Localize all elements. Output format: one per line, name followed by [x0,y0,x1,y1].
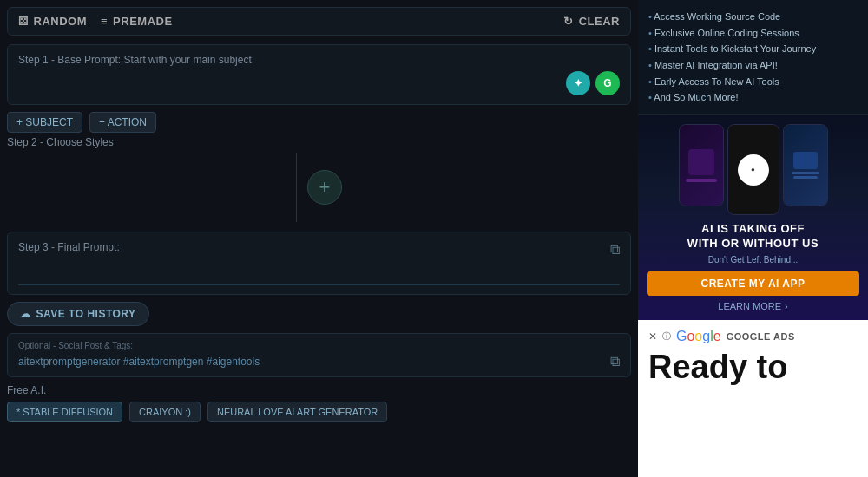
google-ads-header: ✕ ⓘ Google GOOGLE ADS [648,329,858,344]
clear-icon: ↻ [563,15,574,28]
learn-more-arrow-icon: › [785,301,788,311]
save-row: ☁ SAVE TO HISTORY [7,302,631,326]
phones-mockup: ● [647,124,859,215]
premade-icon: ≡ [101,15,108,28]
ad-bullet-6: And So Much More! [648,89,858,106]
random-button[interactable]: ⚄ RANDOM [18,15,87,28]
ad-bullet-5: Early Access To New AI Tools [648,74,858,90]
learn-more-button[interactable]: LEARN MORE › [647,301,859,311]
ad-subtext: Don't Get Left Behind... [647,255,859,265]
google-info-icon[interactable]: ⓘ [662,330,671,343]
phone-1 [679,124,724,206]
free-ai-label: Free A.I. [7,384,631,396]
step1-area: Step 1 - Base Prompt: Start with your ma… [7,44,631,105]
sidebar: Access Working Source Code Exclusive Onl… [638,0,868,477]
phone-2: ● [727,124,779,215]
subject-button[interactable]: + SUBJECT [7,112,82,133]
ad-bullet-4: Master AI Integration via API! [648,57,858,74]
save-icon: ☁ [20,308,31,320]
save-history-button[interactable]: ☁ SAVE TO HISTORY [7,302,149,326]
style-divider [296,153,297,222]
step3-input[interactable] [18,265,620,285]
ai-tools-row: * STABLE DIFFUSION CRAIYON :) NEURAL LOV… [7,402,631,422]
step2-area: + SUBJECT + ACTION Step 2 - Choose Style… [7,112,631,148]
social-label: Optional - Social Post & Tags: [18,341,620,350]
tags-row: + SUBJECT + ACTION [7,112,631,133]
ad-headline: AI IS TAKING OFFWITH OR WITHOUT US [647,222,859,252]
neural-love-button[interactable]: NEURAL LOVE AI ART GENERATOR [207,402,387,422]
clear-label: CLEAR [579,15,620,28]
google-ads-panel: ✕ ⓘ Google GOOGLE ADS Ready to [638,320,868,477]
step1-input[interactable] [18,77,566,90]
ad-top: Access Working Source Code Exclusive Onl… [638,0,868,115]
copy-button[interactable]: ⧉ [610,242,620,258]
free-ai-section: Free A.I. * STABLE DIFFUSION CRAIYON :) … [7,384,631,422]
step1-input-row: ✦ G [18,71,620,95]
step1-label: Step 1 - Base Prompt: Start with your ma… [18,54,620,66]
random-label: RANDOM [34,15,88,28]
social-row: aitextpromptgenerator #aitextpromptgen #… [18,354,620,369]
add-style-button[interactable]: + [307,170,342,205]
ad-bullet-2: Exclusive Online Coding Sessions [648,25,858,42]
social-copy-button[interactable]: ⧉ [610,354,620,369]
premade-label: PREMADE [113,15,173,28]
clear-button[interactable]: ↻ CLEAR [563,15,620,28]
random-icon: ⚄ [18,15,29,28]
google-logo: Google [676,329,721,344]
style-selector-area: + [7,148,631,226]
google-ads-label: GOOGLE ADS [727,331,795,342]
ad-bullet-3: Instant Tools to Kickstart Your Journey [648,41,858,57]
stable-diffusion-button[interactable]: * STABLE DIFFUSION [7,402,122,422]
social-tags: aitextpromptgenerator #aitextpromptgen #… [18,356,260,368]
step3-area: Step 3 - Final Prompt: ⧉ [7,232,631,295]
google-close-icon[interactable]: ✕ [648,330,657,343]
save-label: SAVE TO HISTORY [36,308,136,320]
ad-bullet-1: Access Working Source Code [648,9,858,25]
social-area: Optional - Social Post & Tags: aitextpro… [7,333,631,377]
ready-to-text: Ready to [648,350,858,386]
toolbar: ⚄ RANDOM ≡ PREMADE ↻ CLEAR [7,7,631,36]
step3-label: Step 3 - Final Prompt: [18,241,120,253]
craiyon-button[interactable]: CRAIYON :) [129,402,201,422]
step1-icons: ✦ G [566,71,620,95]
create-ai-app-button[interactable]: CREATE MY AI APP [647,271,859,296]
phone-3 [783,124,828,206]
green-icon[interactable]: G [595,71,620,95]
step3-header: Step 3 - Final Prompt: ⧉ [18,241,620,258]
ad-mid: ● AI IS TAKING OFFWITH OR WITHOUT US Don… [638,115,868,320]
action-button[interactable]: + ACTION [89,112,156,133]
main-panel: ⚄ RANDOM ≡ PREMADE ↻ CLEAR Step 1 - Base… [0,0,638,477]
step2-label: Step 2 - Choose Styles [7,136,631,148]
teal-icon[interactable]: ✦ [566,71,590,95]
premade-button[interactable]: ≡ PREMADE [101,15,173,28]
learn-more-label: LEARN MORE [718,301,781,311]
ad-bullet-list: Access Working Source Code Exclusive Onl… [648,9,858,106]
